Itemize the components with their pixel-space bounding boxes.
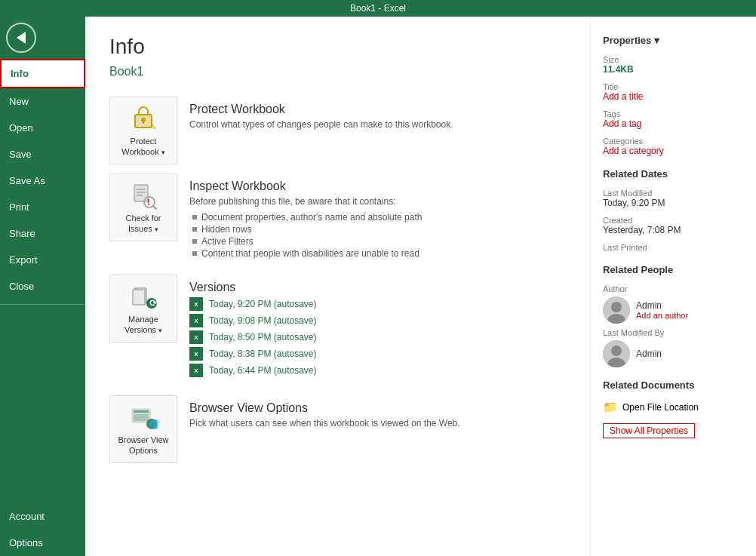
browser-view-label: Browser ViewOptions bbox=[118, 435, 168, 456]
back-button[interactable] bbox=[6, 23, 36, 53]
sidebar-item-info[interactable]: Info bbox=[0, 59, 85, 88]
inspect-workbook-card: ! Check forIssues ▾ Inspect Workbook Bef… bbox=[109, 174, 566, 266]
properties-panel: Properties ▾ Size 11.4KB Title Add a tit… bbox=[590, 17, 756, 556]
browser-view-button[interactable]: 🌐 Browser ViewOptions bbox=[109, 395, 177, 463]
prop-created-value: Yesterday, 7:08 PM bbox=[603, 225, 744, 235]
inspect-workbook-title: Inspect Workbook bbox=[189, 180, 554, 193]
last-modified-by-row: Admin bbox=[603, 340, 744, 367]
author-row: Admin Add an author bbox=[603, 296, 744, 324]
svg-text:⟳: ⟳ bbox=[149, 298, 158, 309]
open-file-location-link[interactable]: 📁 Open File Location bbox=[603, 400, 744, 414]
protect-workbook-title: Protect Workbook bbox=[189, 103, 554, 116]
xlsx-icon: X bbox=[189, 297, 203, 311]
xlsx-icon: X bbox=[189, 314, 203, 327]
prop-tags-value[interactable]: Add a tag bbox=[603, 118, 744, 129]
svg-point-25 bbox=[611, 346, 622, 356]
check-for-issues-button[interactable]: ! Check forIssues ▾ bbox=[109, 174, 177, 241]
versions-card: ⟳ ManageVersions ▾ Versions X Today, 9:2… bbox=[109, 275, 566, 386]
version-item[interactable]: X Today, 8:50 PM (autosave) bbox=[189, 330, 554, 344]
show-all-properties-link[interactable]: Show All Properties bbox=[603, 423, 695, 438]
prop-categories-label: Categories bbox=[603, 137, 744, 146]
prop-size: Size 11.4KB bbox=[603, 55, 744, 75]
check-issues-icon: ! bbox=[129, 181, 158, 210]
check-for-issues-label: Check forIssues ▾ bbox=[125, 213, 161, 235]
svg-rect-3 bbox=[143, 120, 144, 124]
sidebar-item-close[interactable]: Close bbox=[0, 273, 85, 300]
browser-view-card: 🌐 Browser ViewOptions Browser View Optio… bbox=[109, 395, 566, 463]
related-docs-title: Related Documents bbox=[603, 379, 744, 391]
title-bar: Book1 - Excel bbox=[0, 0, 756, 17]
back-arrow-icon bbox=[17, 32, 26, 44]
prop-created: Created Yesterday, 7:08 PM bbox=[603, 216, 744, 235]
related-people-section: Related People Author Admin Add an autho… bbox=[603, 264, 744, 367]
sidebar-item-share[interactable]: Share bbox=[0, 220, 85, 247]
related-docs-section: Related Documents 📁 Open File Location S… bbox=[603, 379, 744, 438]
folder-icon: 📁 bbox=[603, 400, 618, 414]
protect-workbook-icon: ✎ bbox=[129, 104, 158, 133]
prop-title-label: Title bbox=[603, 82, 744, 91]
protect-workbook-button[interactable]: ✎ ProtectWorkbook ▾ bbox=[109, 97, 177, 164]
manage-versions-label: ManageVersions ▾ bbox=[124, 314, 162, 336]
protect-workbook-content: Protect Workbook Control what types of c… bbox=[177, 97, 566, 164]
bullet-icon bbox=[192, 227, 197, 232]
prop-size-value: 11.4KB bbox=[603, 64, 744, 75]
prop-categories: Categories Add a category bbox=[603, 137, 744, 156]
sidebar-item-print[interactable]: Print bbox=[0, 194, 85, 220]
list-item: Content that people with disabilities ar… bbox=[192, 247, 554, 260]
xlsx-icon: X bbox=[189, 347, 203, 361]
last-modified-by-name: Admin bbox=[636, 349, 662, 359]
sidebar-item-options[interactable]: Options bbox=[0, 530, 85, 556]
browser-view-desc: Pick what users can see when this workbo… bbox=[189, 418, 554, 429]
prop-tags: Tags Add a tag bbox=[603, 109, 744, 129]
sidebar-item-export[interactable]: Export bbox=[0, 247, 85, 273]
versions-content: Versions X Today, 9:20 PM (autosave) X T… bbox=[177, 275, 566, 386]
prop-title: Title Add a title bbox=[603, 82, 744, 102]
prop-last-modified: Last Modified Today, 9:20 PM bbox=[603, 189, 744, 208]
main-content: Info Book1 ✎ ProtectWorkbook ▾ Protect W… bbox=[85, 17, 590, 556]
version-item[interactable]: X Today, 6:44 PM (autosave) bbox=[189, 364, 554, 377]
page-title: Info bbox=[109, 35, 566, 59]
sidebar-divider bbox=[0, 304, 85, 305]
prop-categories-value[interactable]: Add a category bbox=[603, 146, 744, 156]
version-item[interactable]: X Today, 9:08 PM (autosave) bbox=[189, 314, 554, 327]
inspect-workbook-content: Inspect Workbook Before publishing this … bbox=[177, 174, 566, 266]
sidebar-item-open[interactable]: Open bbox=[0, 115, 85, 141]
browser-view-content: Browser View Options Pick what users can… bbox=[177, 395, 566, 463]
sidebar-item-save-as[interactable]: Save As bbox=[0, 167, 85, 194]
browser-view-title: Browser View Options bbox=[189, 401, 554, 415]
xlsx-icon: X bbox=[189, 330, 203, 344]
prop-title-value[interactable]: Add a title bbox=[603, 91, 744, 102]
author-label: Author bbox=[603, 284, 744, 293]
add-author[interactable]: Add an author bbox=[636, 311, 688, 320]
title-text: Book1 - Excel bbox=[350, 3, 406, 14]
version-item[interactable]: X Today, 8:38 PM (autosave) bbox=[189, 347, 554, 361]
manage-versions-button[interactable]: ⟳ ManageVersions ▾ bbox=[109, 275, 177, 343]
related-people-title: Related People bbox=[603, 264, 744, 275]
protect-workbook-card: ✎ ProtectWorkbook ▾ Protect Workbook Con… bbox=[109, 97, 566, 164]
related-dates-section: Related Dates Last Modified Today, 9:20 … bbox=[603, 168, 744, 252]
list-item: Active Filters bbox=[192, 235, 554, 247]
prop-last-modified-label: Last Modified bbox=[603, 189, 744, 198]
version-item[interactable]: X Today, 9:20 PM (autosave) bbox=[189, 297, 554, 311]
properties-section-title: Properties ▾ bbox=[603, 35, 744, 46]
last-modified-by-avatar bbox=[603, 340, 630, 367]
bullet-icon bbox=[192, 215, 197, 220]
prop-last-printed: Last Printed bbox=[603, 243, 744, 252]
author-name: Admin bbox=[636, 300, 688, 311]
last-modified-avatar-icon bbox=[603, 340, 630, 367]
book-name: Book1 bbox=[109, 65, 566, 78]
prop-created-label: Created bbox=[603, 216, 744, 225]
list-item: Hidden rows bbox=[192, 223, 554, 235]
svg-line-10 bbox=[153, 206, 156, 209]
sidebar-item-account[interactable]: Account bbox=[0, 503, 85, 530]
author-avatar-icon bbox=[603, 296, 630, 324]
prop-last-printed-label: Last Printed bbox=[603, 243, 744, 252]
sidebar-item-save[interactable]: Save bbox=[0, 141, 85, 167]
bullet-icon bbox=[192, 251, 197, 256]
sidebar-item-new[interactable]: New bbox=[0, 88, 85, 115]
related-dates-title: Related Dates bbox=[603, 168, 744, 180]
manage-versions-icon: ⟳ bbox=[129, 282, 158, 311]
svg-text:✎: ✎ bbox=[150, 123, 156, 131]
inspect-workbook-list: Document properties, author's name and a… bbox=[192, 211, 554, 260]
prop-last-modified-value: Today, 9:20 PM bbox=[603, 198, 744, 208]
